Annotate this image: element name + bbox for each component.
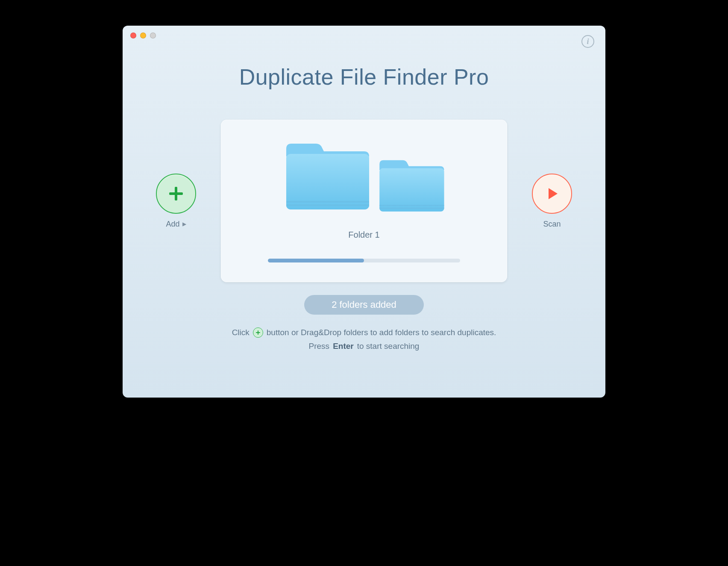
hint-line-1: Click button or Drag&Drop folders to add…	[123, 326, 605, 339]
app-window: i Duplicate File Finder Pro Add ▶	[123, 26, 605, 398]
add-button[interactable]	[156, 174, 196, 214]
scan-control: Scan	[528, 174, 575, 229]
hint2-suffix: to start searching	[357, 339, 420, 353]
hint1-prefix: Click	[232, 326, 250, 339]
main-row: Add ▶	[123, 120, 605, 282]
info-icon: i	[587, 37, 589, 46]
add-control: Add ▶	[153, 174, 200, 229]
hint2-prefix: Press	[309, 339, 330, 353]
dropdown-triangle-icon[interactable]: ▶	[182, 221, 186, 227]
hint1-suffix: button or Drag&Drop folders to add folde…	[267, 326, 496, 339]
svg-rect-7	[379, 205, 444, 206]
maximize-window-button[interactable]	[150, 32, 156, 38]
plus-icon	[253, 327, 263, 338]
folder-preview	[283, 141, 445, 222]
scan-label: Scan	[543, 220, 561, 229]
folder-icon	[283, 141, 373, 218]
folder-icon	[377, 158, 447, 218]
hint2-bold: Enter	[333, 339, 354, 353]
folder-label: Folder 1	[348, 230, 379, 240]
app-title: Duplicate File Finder Pro	[123, 64, 605, 90]
window-traffic-lights	[130, 32, 156, 38]
plus-icon	[167, 184, 185, 203]
svg-rect-4	[286, 201, 369, 203]
svg-rect-10	[256, 332, 260, 333]
drop-zone[interactable]: Folder 1	[221, 120, 507, 282]
play-icon	[543, 185, 561, 202]
info-button[interactable]: i	[581, 35, 594, 48]
add-label-row: Add ▶	[166, 220, 186, 229]
svg-rect-1	[169, 192, 183, 195]
hint-text: Click button or Drag&Drop folders to add…	[123, 326, 605, 354]
svg-rect-8	[379, 207, 444, 209]
scan-button[interactable]	[532, 174, 572, 214]
minimize-window-button[interactable]	[140, 32, 146, 38]
hint-line-2: Press Enter to start searching	[123, 339, 605, 353]
close-window-button[interactable]	[130, 32, 136, 38]
add-label: Add	[166, 220, 179, 229]
progress-bar	[268, 259, 460, 262]
progress-fill	[268, 259, 364, 262]
status-badge: 2 folders added	[304, 295, 424, 315]
svg-rect-5	[286, 204, 369, 206]
